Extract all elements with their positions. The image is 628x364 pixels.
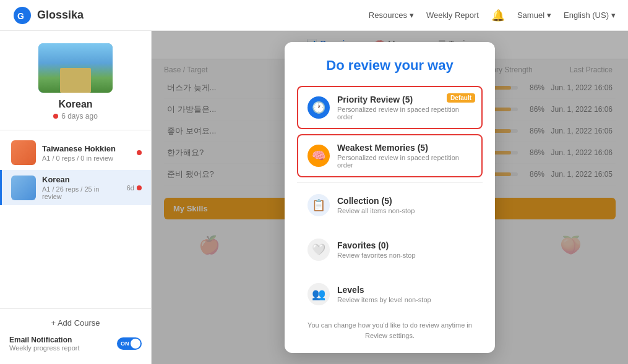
modal-title: Do review your way <box>297 57 483 74</box>
user-menu[interactable]: Samuel ▾ <box>517 11 551 20</box>
chevron-down-icon: ▾ <box>547 11 551 20</box>
favorites-option[interactable]: 🤍 Favorites (0) Review favorites non-sto… <box>297 230 483 269</box>
main-layout: Korean 6 days ago Taiwanese Hokkien A1 /… <box>0 31 628 364</box>
course-info: Korean A1 / 26 reps / 25 in review <box>42 175 121 200</box>
weakest-memories-name: Weakest Memories (5) <box>337 143 472 153</box>
favorites-sub: Review favorites non-stop <box>337 252 472 259</box>
email-notification-toggle[interactable]: ON <box>117 337 142 350</box>
levels-sub: Review items by level non-stop <box>337 296 472 303</box>
email-notif-title: Email Notification <box>9 336 80 344</box>
status-dot <box>53 114 58 119</box>
levels-option[interactable]: 👥 Levels Review items by level non-stop <box>297 274 483 314</box>
priority-review-option[interactable]: 🕐 Priority Review (5) Personalized revie… <box>297 86 483 129</box>
weekly-report-link[interactable]: Weekly Report <box>426 11 479 20</box>
profile-name: Korean <box>58 99 92 110</box>
logo[interactable]: G Glossika <box>12 6 84 25</box>
toggle-knob <box>131 339 140 349</box>
logo-icon: G <box>12 6 32 25</box>
language-selector[interactable]: English (US) ▾ <box>564 11 616 20</box>
course-days: 6d <box>127 184 134 192</box>
collection-sub: Review all items non-stop <box>337 207 472 214</box>
sidebar-footer: + Add Course Email Notification Weekly p… <box>0 308 151 358</box>
favorites-icon: 🤍 <box>308 239 330 261</box>
course-info: Taiwanese Hokkien A1 / 0 reps / 0 in rev… <box>42 144 131 162</box>
email-notification: Email Notification Weekly progress repor… <box>9 336 142 352</box>
default-badge: Default <box>447 93 475 103</box>
course-thumbnail <box>11 140 36 165</box>
course-sub: A1 / 26 reps / 25 in review <box>42 185 121 200</box>
divider <box>297 182 483 183</box>
course-badge <box>137 185 142 190</box>
weakest-memories-option[interactable]: 🧠 Weakest Memories (5) Personalized revi… <box>297 134 483 177</box>
collection-name: Collection (5) <box>337 196 472 206</box>
course-badge <box>137 150 142 155</box>
profile-image <box>38 43 113 93</box>
priority-review-sub: Personalized review in spaced repetition… <box>337 106 472 121</box>
review-modal: Do review your way 🕐 Priority Review (5)… <box>285 42 495 353</box>
weakest-memories-sub: Personalized review in spaced repetition… <box>337 154 472 169</box>
nav-right: Resources ▾ Weekly Report 🔔 Samuel ▾ Eng… <box>369 9 616 22</box>
resources-link[interactable]: Resources ▾ <box>369 11 414 20</box>
chevron-down-icon: ▾ <box>611 11 616 20</box>
modal-overlay[interactable]: Do review your way 🕐 Priority Review (5)… <box>152 31 628 364</box>
sidebar-profile: Korean 6 days ago <box>0 31 151 130</box>
toggle-label: ON <box>121 341 129 347</box>
levels-icon: 👥 <box>308 283 330 305</box>
sidebar-item-taiwanese-hokkien[interactable]: Taiwanese Hokkien A1 / 0 reps / 0 in rev… <box>0 135 151 170</box>
add-course-button[interactable]: + Add Course <box>9 315 142 331</box>
email-notif-sub: Weekly progress report <box>9 344 80 352</box>
levels-name: Levels <box>337 285 472 295</box>
course-name: Korean <box>42 175 121 184</box>
content-area: 📊 Overview 🧠 Memory ☰ Topics Base / Targ… <box>152 31 628 364</box>
notification-bell-icon[interactable]: 🔔 <box>491 9 505 22</box>
svg-text:G: G <box>17 11 24 21</box>
weakest-icon: 🧠 <box>308 145 330 167</box>
profile-status: 6 days ago <box>53 112 98 121</box>
collection-option[interactable]: 📋 Collection (5) Review all items non-st… <box>297 185 483 225</box>
course-name: Taiwanese Hokkien <box>42 144 131 153</box>
sidebar-item-korean[interactable]: Korean A1 / 26 reps / 25 in review 6d <box>0 170 151 205</box>
course-sub: A1 / 0 reps / 0 in review <box>42 154 131 162</box>
sidebar: Korean 6 days ago Taiwanese Hokkien A1 /… <box>0 31 152 364</box>
priority-icon: 🕐 <box>308 96 330 119</box>
course-thumbnail <box>11 176 36 200</box>
collection-icon: 📋 <box>308 194 330 216</box>
chevron-down-icon: ▾ <box>410 11 414 20</box>
favorites-name: Favorites (0) <box>337 240 472 250</box>
course-list: Taiwanese Hokkien A1 / 0 reps / 0 in rev… <box>0 130 151 308</box>
top-nav: G Glossika Resources ▾ Weekly Report 🔔 S… <box>0 0 628 31</box>
logo-text: Glossika <box>37 9 84 22</box>
modal-footer-text: You can change how you'd like to do revi… <box>297 320 483 341</box>
